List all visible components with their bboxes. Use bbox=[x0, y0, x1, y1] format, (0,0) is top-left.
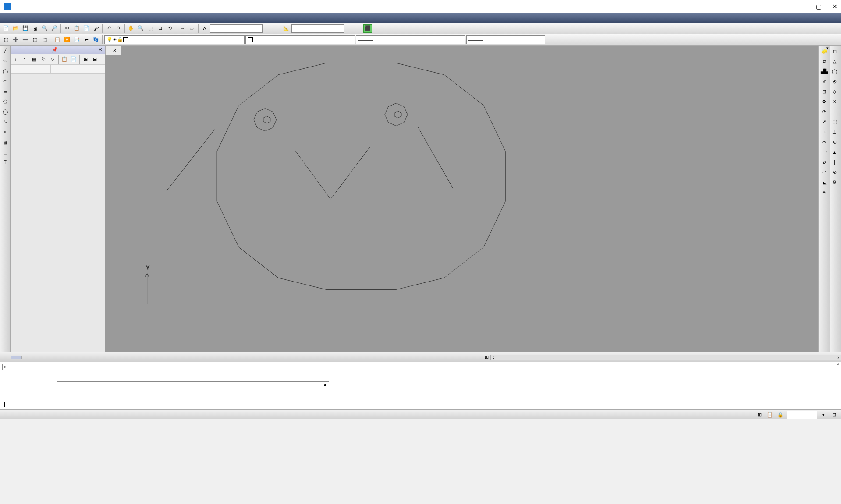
snap-ins-button[interactable]: ⬚ bbox=[830, 117, 839, 126]
selection-filter-button[interactable]: ⬚ bbox=[2, 35, 11, 44]
command-line[interactable] bbox=[0, 401, 841, 410]
undo-button[interactable]: ↶ bbox=[104, 24, 113, 33]
polyline-tool-button[interactable]: 〰 bbox=[1, 57, 10, 66]
preview-button[interactable]: 🔍 bbox=[40, 24, 49, 33]
dimstyle-dropdown[interactable] bbox=[291, 24, 344, 33]
layer-prev-button[interactable]: ↩ bbox=[82, 35, 91, 44]
cut-button[interactable]: ✂ bbox=[63, 24, 71, 33]
props-expand-button[interactable]: ⊞ bbox=[81, 55, 90, 64]
close-button[interactable]: ✕ bbox=[832, 3, 837, 10]
text-tool-button[interactable]: T bbox=[1, 158, 10, 166]
dim-style-button[interactable]: 📐 bbox=[282, 24, 291, 33]
rotate-button[interactable]: ⟳ bbox=[820, 107, 829, 116]
text-style-button[interactable]: A bbox=[200, 24, 209, 33]
arc-tool-button[interactable]: ◠ bbox=[1, 77, 10, 86]
rectangle-tool-button[interactable]: ▭ bbox=[1, 87, 10, 96]
drawing-canvas[interactable]: Y bbox=[105, 55, 818, 352]
minimize-button[interactable]: — bbox=[799, 3, 806, 10]
circle-tool-button[interactable]: ◯ bbox=[1, 67, 10, 76]
break-button[interactable]: ⊘ bbox=[820, 158, 829, 166]
layer-dropdown[interactable]: 💡☀🔒 bbox=[104, 35, 245, 44]
menu-insert[interactable] bbox=[24, 17, 31, 19]
snap-end-button[interactable]: ◻ bbox=[830, 47, 839, 56]
open-button[interactable]: 📂 bbox=[11, 24, 20, 33]
layers-button[interactable]: ⬛ bbox=[363, 24, 372, 33]
snap-ext-button[interactable]: … bbox=[830, 107, 839, 116]
sel-remove-button[interactable]: ➖ bbox=[21, 35, 30, 44]
sel-add-button[interactable]: ➕ bbox=[11, 35, 20, 44]
copy-obj-button[interactable]: ⧉ bbox=[820, 57, 829, 66]
snap-tan-button[interactable]: ⊙ bbox=[830, 137, 839, 146]
match-button[interactable]: 🖌 bbox=[92, 24, 100, 33]
menu-edit[interactable] bbox=[10, 17, 17, 19]
stretch-button[interactable]: ↔ bbox=[820, 127, 829, 136]
props-collapse-button[interactable]: ⊟ bbox=[90, 55, 99, 64]
menu-modify[interactable] bbox=[59, 17, 66, 19]
mirror-button[interactable]: ▟▙ bbox=[820, 67, 829, 76]
zoom-prev-button[interactable]: ⟲ bbox=[165, 24, 174, 33]
snap-quad-button[interactable]: ◇ bbox=[830, 87, 839, 96]
layer-state-button[interactable]: 📑 bbox=[72, 35, 81, 44]
status-icon-5[interactable]: ⊡ bbox=[830, 411, 838, 419]
layer-props-button[interactable]: 📋 bbox=[53, 35, 62, 44]
menu-dimensions[interactable] bbox=[52, 17, 59, 19]
menu-file[interactable] bbox=[3, 17, 10, 19]
document-tab-close-icon[interactable]: ✕ bbox=[113, 48, 117, 53]
snap-node-button[interactable]: ⊗ bbox=[830, 77, 839, 86]
scale-button[interactable]: ⤢ bbox=[820, 117, 829, 126]
snap-center-button[interactable]: ◯ bbox=[830, 67, 839, 76]
distance-button[interactable]: ↔ bbox=[178, 24, 187, 33]
snap-none-button[interactable]: ⊘ bbox=[830, 168, 839, 176]
line-tool-button[interactable]: ╱ bbox=[1, 47, 10, 56]
new-button[interactable]: 📄 bbox=[2, 24, 11, 33]
color-dropdown[interactable] bbox=[245, 35, 355, 44]
sel-all-button[interactable]: ⬚ bbox=[31, 35, 39, 44]
props-pin-icon[interactable]: 📌 bbox=[52, 47, 58, 53]
layer-walk-button[interactable]: 👣 bbox=[92, 35, 100, 44]
chamfer-button[interactable]: ◣ bbox=[820, 178, 829, 187]
menu-help[interactable] bbox=[73, 17, 80, 19]
save-button[interactable]: 💾 bbox=[21, 24, 30, 33]
extend-button[interactable]: ⟶ bbox=[820, 148, 829, 156]
cmd-scroll-up-icon[interactable]: ˄ bbox=[837, 363, 840, 369]
point-tool-button[interactable]: • bbox=[1, 127, 10, 136]
document-tab[interactable]: ✕ bbox=[105, 46, 121, 55]
props-layer-button[interactable]: ▤ bbox=[30, 55, 39, 64]
explode-button[interactable]: ✴ bbox=[820, 188, 829, 197]
props-sel-button[interactable]: 1 bbox=[21, 55, 29, 64]
spline-tool-button[interactable]: ∿ bbox=[1, 117, 10, 126]
status-icon-1[interactable]: ⊞ bbox=[755, 411, 764, 419]
props-refresh-button[interactable]: ↻ bbox=[39, 55, 48, 64]
props-close-button[interactable]: ✕ bbox=[98, 47, 102, 53]
status-icon-3[interactable]: 🔒 bbox=[776, 411, 785, 419]
status-icon-4[interactable]: ▾ bbox=[819, 411, 828, 419]
snap-int-button[interactable]: ✕ bbox=[830, 97, 839, 106]
copy-button[interactable]: 📋 bbox=[72, 24, 81, 33]
layout-tabs-icon[interactable]: ⊞ bbox=[483, 354, 490, 360]
polygon-tool-button[interactable]: ⬠ bbox=[1, 97, 10, 106]
menu-raster[interactable] bbox=[66, 17, 73, 19]
font-dropdown[interactable] bbox=[210, 24, 263, 33]
props-paste-button[interactable]: 📄 bbox=[69, 55, 78, 64]
pan-button[interactable]: ✋ bbox=[127, 24, 135, 33]
doc-tabs-dropdown-icon[interactable]: ▾ bbox=[826, 46, 829, 55]
hatch-tool-button[interactable]: ▦ bbox=[1, 137, 10, 146]
zoom-button[interactable]: 🔍 bbox=[136, 24, 145, 33]
sel-none-button[interactable]: ⬚ bbox=[40, 35, 49, 44]
zoom-extents-button[interactable]: ⊡ bbox=[156, 24, 164, 33]
array-button[interactable]: ⊞ bbox=[820, 87, 829, 96]
cmd-close-button[interactable]: × bbox=[2, 364, 8, 370]
snap-par-button[interactable]: ∥ bbox=[830, 158, 839, 166]
paste-button[interactable]: 📄 bbox=[82, 24, 91, 33]
status-scale-dropdown[interactable] bbox=[787, 411, 817, 419]
tab-tdms[interactable] bbox=[0, 356, 11, 359]
lineweight-dropdown[interactable]: ——— bbox=[466, 35, 545, 44]
layer-filter-button[interactable]: 🔽 bbox=[63, 35, 71, 44]
ellipse-tool-button[interactable]: ◯ bbox=[1, 107, 10, 116]
menu-tools[interactable] bbox=[38, 17, 45, 19]
menu-draw[interactable] bbox=[45, 17, 52, 19]
move-button[interactable]: ✥ bbox=[820, 97, 829, 106]
status-icon-2[interactable]: 📋 bbox=[766, 411, 774, 419]
menu-format[interactable] bbox=[31, 17, 38, 19]
find-button[interactable]: 🔎 bbox=[50, 24, 59, 33]
